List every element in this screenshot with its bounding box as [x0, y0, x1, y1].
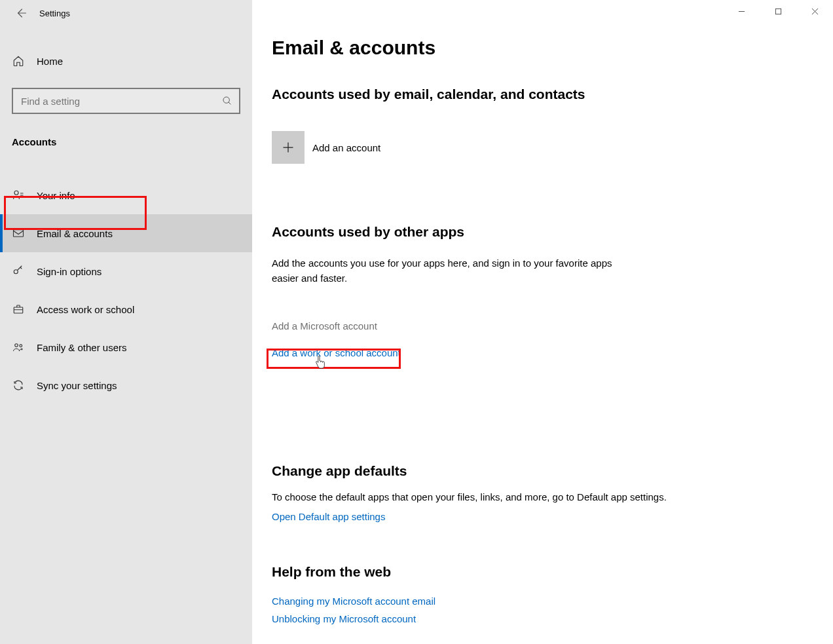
titlebar: Settings	[0, 0, 252, 26]
window-controls	[723, 0, 833, 22]
back-button[interactable]	[5, 1, 37, 25]
svg-point-6	[20, 345, 22, 347]
people-icon	[12, 341, 25, 353]
search-input[interactable]	[12, 88, 240, 114]
plus-icon	[282, 141, 295, 154]
help-links: Changing my Microsoft account email Unbl…	[272, 596, 833, 624]
app-title: Settings	[39, 9, 70, 18]
maximize-icon	[775, 8, 782, 15]
section-body-app-defaults: To choose the default apps that open you…	[272, 489, 743, 504]
svg-rect-7	[775, 9, 781, 14]
svg-point-3	[14, 270, 18, 274]
sidebar-item-label: Email & accounts	[37, 228, 113, 239]
sidebar-item-family-users[interactable]: Family & other users	[0, 328, 252, 366]
sidebar-item-your-info[interactable]: Your info	[0, 176, 252, 214]
section-title-app-defaults: Change app defaults	[272, 463, 833, 479]
sidebar-nav-list: Your info Email & accounts Sign-in optio…	[0, 176, 252, 404]
sidebar-home-label: Home	[37, 56, 63, 67]
mail-icon	[12, 227, 25, 239]
section-title-email-calendar: Accounts used by email, calendar, and co…	[272, 86, 833, 102]
back-arrow-icon	[15, 7, 27, 19]
link-open-default-app-settings[interactable]: Open Default app settings	[272, 511, 833, 522]
link-help-change-email[interactable]: Changing my Microsoft account email	[272, 596, 833, 607]
sidebar-group-header: Accounts	[0, 126, 252, 158]
sidebar-item-access-work-school[interactable]: Access work or school	[0, 290, 252, 328]
settings-main: Email & accounts Accounts used by email,…	[252, 0, 833, 644]
person-icon	[12, 189, 25, 201]
page-title: Email & accounts	[272, 37, 833, 59]
search-icon	[222, 96, 232, 106]
svg-rect-2	[14, 230, 24, 237]
add-account-button[interactable]: Add an account	[272, 131, 833, 164]
sidebar-item-label: Family & other users	[37, 342, 127, 353]
close-button[interactable]	[796, 0, 833, 22]
home-icon	[12, 55, 25, 67]
settings-sidebar: Settings Home Accounts Your info Email &…	[0, 0, 252, 644]
sidebar-item-label: Access work or school	[37, 304, 134, 315]
sidebar-item-signin-options[interactable]: Sign-in options	[0, 252, 252, 290]
minimize-button[interactable]	[723, 0, 760, 22]
svg-rect-4	[14, 307, 23, 313]
sidebar-item-label: Sign-in options	[37, 266, 102, 277]
svg-point-1	[14, 191, 18, 195]
svg-point-0	[223, 97, 229, 103]
sidebar-item-label: Sync your settings	[37, 380, 117, 391]
link-add-work-school-account[interactable]: Add a work or school account	[272, 347, 833, 358]
sidebar-home[interactable]: Home	[0, 42, 252, 80]
sidebar-item-label: Your info	[37, 190, 75, 201]
section-title-other-apps: Accounts used by other apps	[272, 224, 833, 240]
briefcase-icon	[12, 303, 25, 315]
link-help-unblock-account[interactable]: Unblocking my Microsoft account	[272, 613, 833, 624]
minimize-icon	[738, 8, 745, 15]
sidebar-item-email-accounts[interactable]: Email & accounts	[0, 214, 252, 252]
add-tile	[272, 131, 305, 164]
link-add-microsoft-account[interactable]: Add a Microsoft account	[272, 320, 833, 331]
close-icon	[811, 8, 819, 15]
section-title-help: Help from the web	[272, 564, 833, 580]
add-account-label: Add an account	[312, 142, 380, 153]
key-icon	[12, 265, 25, 277]
search-wrap	[12, 88, 240, 114]
maximize-button[interactable]	[760, 0, 796, 22]
sidebar-item-sync-settings[interactable]: Sync your settings	[0, 366, 252, 404]
svg-point-5	[15, 344, 18, 347]
sync-icon	[12, 379, 25, 391]
section-body-other-apps: Add the accounts you use for your apps h…	[272, 256, 639, 286]
